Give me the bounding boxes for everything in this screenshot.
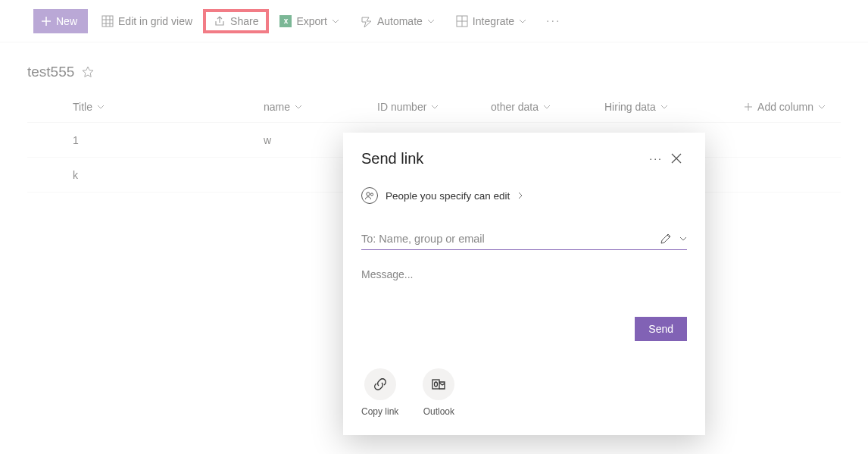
svg-point-3 <box>370 193 373 196</box>
recipient-row <box>361 233 687 250</box>
dialog-title: Send link <box>361 150 646 168</box>
send-link-dialog: Send link ··· People you specify can edi… <box>343 133 705 435</box>
message-placeholder[interactable]: Message... <box>361 268 687 280</box>
outlook-icon <box>423 368 454 400</box>
permission-text: People you specify can edit <box>386 190 510 202</box>
svg-rect-4 <box>432 380 439 389</box>
close-button[interactable] <box>666 148 687 169</box>
send-button[interactable]: Send <box>635 317 687 341</box>
svg-point-5 <box>435 382 438 387</box>
pencil-icon[interactable] <box>660 233 672 245</box>
dialog-more[interactable]: ··· <box>646 149 666 168</box>
outlook-label: Outlook <box>423 406 454 417</box>
action-row: Copy link Outlook <box>361 368 687 417</box>
permission-scope-button[interactable]: People you specify can edit <box>361 187 687 204</box>
recipient-input[interactable] <box>361 233 652 245</box>
send-row: Send <box>361 317 687 341</box>
outlook-button[interactable]: Outlook <box>423 368 454 417</box>
svg-point-2 <box>367 193 370 196</box>
close-icon <box>671 153 682 164</box>
chevron-down-icon[interactable] <box>679 235 687 243</box>
copy-link-button[interactable]: Copy link <box>361 368 398 417</box>
chevron-right-icon <box>517 192 523 199</box>
copy-link-label: Copy link <box>361 406 398 417</box>
copy-link-icon <box>364 368 396 400</box>
people-icon <box>361 187 378 204</box>
dialog-header: Send link ··· <box>361 148 687 169</box>
